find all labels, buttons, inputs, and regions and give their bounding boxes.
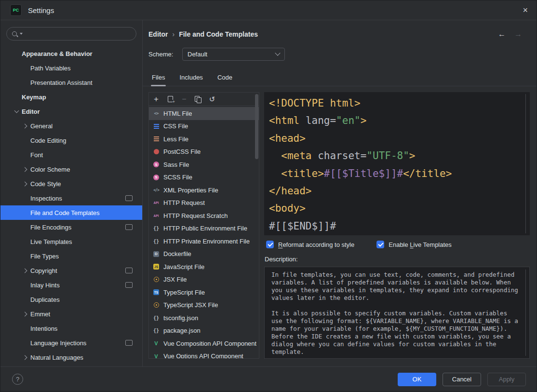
sidebar-item-file-and-code-templates[interactable]: File and Code Templates xyxy=(0,205,142,220)
template-item-http-request-scratch[interactable]: HTTP Request Scratch xyxy=(149,209,259,222)
template-item-vue-options-api-component[interactable]: Vue Options API Component xyxy=(149,350,259,359)
sidebar-item-emmet[interactable]: Emmet xyxy=(0,307,142,321)
template-item-typescript-jsx-file[interactable]: TypeScript JSX File xyxy=(149,299,259,312)
forward-arrow-icon[interactable]: → xyxy=(514,30,522,39)
template-item-javascript-file[interactable]: JavaScript File xyxy=(149,260,259,273)
sidebar-item-presentation-assistant[interactable]: Presentation Assistant xyxy=(0,75,142,90)
template-item-label: Sass File xyxy=(163,161,189,168)
template-item-vue-composition-api-component[interactable]: Vue Composition API Component xyxy=(149,337,259,350)
monitor-icon xyxy=(125,340,133,346)
template-item-dockerfile[interactable]: Dockerfile xyxy=(149,248,259,261)
chevron-right-icon[interactable] xyxy=(22,311,27,316)
template-item-tsconfig-json[interactable]: tsconfig.json xyxy=(149,311,259,324)
close-icon[interactable]: × xyxy=(523,6,528,14)
chevron-right-icon[interactable] xyxy=(22,167,27,172)
template-item-postcss-file[interactable]: PostCSS File xyxy=(149,146,259,159)
tab-code[interactable]: Code xyxy=(216,68,233,86)
sidebar-item-duplicates[interactable]: Duplicates xyxy=(0,292,142,307)
description-scrollbar[interactable] xyxy=(525,270,526,356)
sidebar-item-live-templates[interactable]: Live Templates xyxy=(0,234,142,249)
template-item-package-json[interactable]: package.json xyxy=(149,324,259,338)
template-item-label: JSX File xyxy=(163,276,187,283)
template-item-xml-properties-file[interactable]: XML Properties File xyxy=(149,184,259,197)
chevron-slot xyxy=(11,110,22,112)
template-list-scrollbar-thumb[interactable] xyxy=(255,94,258,159)
child-template-icon[interactable] xyxy=(166,95,175,104)
copy-template-icon[interactable] xyxy=(194,95,202,104)
template-item-label: Vue Options API Component xyxy=(163,352,243,358)
template-item-less-file[interactable]: Less File xyxy=(149,133,259,146)
template-item-sass-file[interactable]: Sass File xyxy=(149,158,259,171)
code-line: <!DOCTYPE html> xyxy=(269,95,524,112)
add-template-icon[interactable] xyxy=(152,95,161,104)
reset-template-icon[interactable] xyxy=(208,95,216,104)
template-item-typescript-file[interactable]: TypeScript File xyxy=(149,286,259,299)
settings-search-input[interactable] xyxy=(6,27,136,41)
template-item-label: HTTP Private Environment File xyxy=(163,238,250,245)
tab-includes[interactable]: Includes xyxy=(178,68,203,86)
option-enable-live-templates[interactable]: Enable Live Templates xyxy=(376,241,452,248)
sidebar-item-copyright[interactable]: Copyright xyxy=(0,263,142,278)
template-item-http-private-environment-file[interactable]: HTTP Private Environment File xyxy=(149,235,259,248)
scheme-dropdown-value: Default xyxy=(188,51,207,58)
chevron-slot xyxy=(20,182,30,186)
chevron-right-icon[interactable] xyxy=(22,355,27,360)
sidebar-item-language-injections[interactable]: Language Injections xyxy=(0,336,142,350)
template-item-jsx-file[interactable]: JSX File xyxy=(149,273,259,286)
sidebar-item-natural-languages[interactable]: Natural Languages xyxy=(0,350,142,365)
code-line: <body> xyxy=(269,200,524,217)
sidebar-item-label: Path Variables xyxy=(30,65,71,72)
cancel-button[interactable]: Cancel xyxy=(443,373,481,386)
apply-button[interactable]: Apply xyxy=(487,373,526,386)
sidebar-item-path-variables[interactable]: Path Variables xyxy=(0,61,142,75)
back-arrow-icon[interactable]: ← xyxy=(498,30,506,39)
template-list: HTML FileCSS FileLess FilePostCSS FileSa… xyxy=(149,106,259,358)
tab-files[interactable]: Files xyxy=(151,68,166,86)
jsx-file-icon xyxy=(152,276,160,284)
chevron-right-icon[interactable] xyxy=(22,268,27,273)
sass-file-icon xyxy=(152,161,160,168)
sidebar-item-intentions[interactable]: Intentions xyxy=(0,321,142,336)
checkbox-icon[interactable] xyxy=(266,241,274,248)
chevron-down-icon xyxy=(275,50,280,55)
template-item-label: HTML File xyxy=(163,110,192,117)
sidebar-item-file-types[interactable]: File Types xyxy=(0,249,142,263)
sidebar-item-label: Live Templates xyxy=(30,238,72,245)
sidebar-item-color-scheme[interactable]: Color Scheme xyxy=(0,162,142,176)
sidebar-item-label: Inlay Hints xyxy=(30,282,60,289)
sidebar-item-file-encodings[interactable]: File Encodings xyxy=(0,220,142,234)
scheme-dropdown[interactable]: Default xyxy=(182,48,285,61)
template-item-html-file[interactable]: HTML File xyxy=(149,107,259,120)
sidebar-item-label: File Encodings xyxy=(30,224,71,231)
remove-template-icon[interactable] xyxy=(180,95,188,104)
template-item-http-public-environment-file[interactable]: HTTP Public Environment File xyxy=(149,222,259,235)
sidebar-item-editor[interactable]: Editor xyxy=(0,104,142,119)
checkbox-icon[interactable] xyxy=(376,241,384,248)
template-item-label: SCSS File xyxy=(163,174,192,181)
chevron-down-icon[interactable] xyxy=(20,33,23,35)
chevron-down-icon[interactable] xyxy=(14,108,19,113)
breadcrumb-section[interactable]: Editor xyxy=(148,30,168,38)
sidebar-item-appearance-behavior[interactable]: Appearance & Behavior xyxy=(0,46,142,61)
sidebar-item-inlay-hints[interactable]: Inlay Hints xyxy=(0,278,142,292)
editor-scrollbar[interactable] xyxy=(525,94,526,233)
template-item-label: TypeScript JSX File xyxy=(163,301,218,309)
sidebar-item-code-style[interactable]: Code Style xyxy=(0,176,142,191)
template-item-http-request[interactable]: HTTP Request xyxy=(149,197,259,210)
option-reformat-according-to-style[interactable]: Reformat according to style xyxy=(266,241,354,248)
ok-button[interactable]: OK xyxy=(398,373,436,386)
template-editor[interactable]: <!DOCTYPE html><html lang="en"><head> <m… xyxy=(264,92,530,235)
sidebar-item-general[interactable]: General xyxy=(0,119,142,133)
css-file-icon xyxy=(152,122,160,130)
monitor-icon xyxy=(125,268,133,273)
chevron-right-icon[interactable] xyxy=(22,123,27,128)
sidebar-item-keymap[interactable]: Keymap xyxy=(0,90,142,104)
sidebar-item-code-editing[interactable]: Code Editing xyxy=(0,133,142,148)
template-item-scss-file[interactable]: SCSS File xyxy=(149,171,259,184)
sidebar-item-inspections[interactable]: Inspections xyxy=(0,191,142,205)
sidebar-item-font[interactable]: Font xyxy=(0,148,142,162)
chevron-right-icon[interactable] xyxy=(22,181,27,186)
settings-tree: Appearance & BehaviorPath VariablesPrese… xyxy=(0,46,142,366)
help-icon[interactable]: ? xyxy=(12,374,23,385)
template-item-css-file[interactable]: CSS File xyxy=(149,120,259,133)
